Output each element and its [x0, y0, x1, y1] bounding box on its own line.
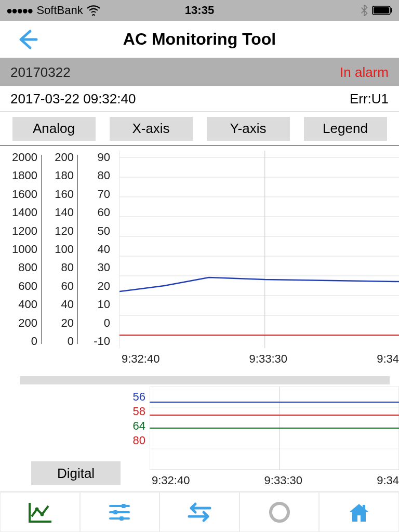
bluetooth-icon — [361, 5, 368, 16]
lower-chart: Digital 56 58 64 80 9:32:40 9:33:30 9:34 — [0, 376, 399, 490]
svg-rect-29 — [122, 504, 126, 508]
lower-plot[interactable]: 9:32:40 9:33:30 9:34 — [150, 387, 399, 490]
yaxis-2: 200180160140120100806040200 — [42, 151, 78, 348]
ytick: 1600 — [12, 188, 37, 201]
alarm-status: In alarm — [340, 64, 389, 81]
ytick: 40 — [98, 243, 110, 256]
sub-header: 2017-03-22 09:32:40 Err:U1 — [0, 86, 399, 112]
battery-icon — [372, 6, 393, 15]
xtick: 9:34 — [377, 352, 399, 366]
date-banner: 20170322 In alarm — [0, 58, 399, 86]
nav-chart[interactable] — [0, 492, 80, 532]
ytick: 1200 — [12, 224, 37, 238]
tab-legend[interactable]: Legend — [304, 117, 387, 141]
legend-58: 58 — [133, 404, 145, 419]
ytick: 30 — [98, 261, 110, 274]
ytick: 80 — [98, 169, 110, 182]
tab-yaxis[interactable]: Y-axis — [207, 117, 290, 141]
ytick: 400 — [18, 298, 37, 311]
ytick: 20 — [98, 280, 110, 293]
digital-button[interactable]: Digital — [31, 461, 121, 485]
nav-sliders[interactable] — [80, 492, 160, 532]
circle-icon — [268, 500, 291, 524]
page-title: AC Monitoring Tool — [123, 30, 276, 49]
ytick: 120 — [55, 224, 74, 238]
xtick: 9:32:40 — [152, 474, 190, 487]
ytick: 80 — [61, 261, 74, 274]
ytick: 1000 — [12, 243, 37, 256]
legend-80: 80 — [133, 433, 145, 448]
main-plot[interactable]: 9:32:40 9:33:30 9:34 — [119, 151, 399, 369]
ytick: 40 — [61, 298, 74, 311]
ytick: 100 — [55, 243, 74, 256]
home-icon — [346, 501, 372, 524]
ytick: 50 — [98, 224, 110, 238]
carrier-label: SoftBank — [36, 4, 83, 17]
ytick: 1800 — [12, 169, 37, 182]
xticks: 9:32:40 9:33:30 9:34 — [119, 350, 399, 366]
xtick: 9:33:30 — [264, 474, 302, 487]
signal-dots-icon: ●●●●● — [6, 5, 32, 17]
ytick: 0 — [68, 335, 74, 348]
ytick: 60 — [61, 280, 74, 293]
ytick: 10 — [98, 298, 110, 311]
ytick: 600 — [18, 280, 37, 293]
chart-tabs: Analog X-axis Y-axis Legend — [0, 112, 399, 145]
ytick: 200 — [18, 316, 37, 330]
svg-point-32 — [271, 503, 288, 521]
svg-rect-1 — [374, 7, 389, 14]
nav-home[interactable] — [319, 492, 399, 532]
back-button[interactable] — [16, 28, 38, 51]
svg-rect-31 — [119, 516, 124, 521]
yaxis-1: 2000180016001400120010008006004002000 — [0, 151, 42, 348]
xtick: 9:32:40 — [122, 352, 159, 366]
clock: 13:35 — [185, 4, 214, 17]
ytick: -10 — [94, 335, 110, 348]
ytick: 2000 — [12, 151, 37, 164]
error-code: Err:U1 — [350, 91, 389, 107]
svg-rect-2 — [391, 8, 392, 12]
ytick: 800 — [18, 261, 37, 274]
banner-date: 20170322 — [10, 64, 71, 81]
wifi-icon — [87, 5, 100, 16]
svg-point-25 — [40, 512, 44, 516]
yaxis-3: 9080706050403020100-10 — [78, 151, 114, 348]
svg-rect-30 — [113, 510, 117, 514]
svg-point-24 — [35, 507, 38, 511]
ytick: 1400 — [12, 206, 37, 219]
tab-analog[interactable]: Analog — [12, 117, 96, 141]
ytick: 0 — [104, 316, 110, 330]
svg-rect-33 — [363, 505, 365, 510]
ytick: 20 — [61, 316, 74, 330]
xtick: 9:33:30 — [249, 352, 287, 366]
nav-circle[interactable] — [240, 492, 320, 532]
nav-header: AC Monitoring Tool — [0, 21, 399, 58]
ytick: 180 — [55, 169, 74, 182]
ytick: 200 — [55, 151, 74, 164]
ytick: 60 — [98, 206, 110, 219]
sliders-icon — [106, 501, 133, 524]
main-chart: 2000180016001400120010008006004002000 20… — [0, 145, 399, 369]
legend-64: 64 — [133, 419, 145, 433]
status-bar: ●●●●● SoftBank 13:35 — [0, 0, 399, 21]
nav-swap[interactable] — [159, 492, 240, 532]
timestamp: 2017-03-22 09:32:40 — [10, 91, 136, 107]
lower-legend: 56 58 64 80 — [114, 387, 145, 490]
ytick: 160 — [55, 188, 74, 201]
bottom-tab-bar — [0, 491, 399, 532]
legend-56: 56 — [133, 390, 145, 404]
lower-xticks: 9:32:40 9:33:30 9:34 — [150, 472, 399, 487]
ytick: 90 — [98, 151, 110, 164]
xtick: 9:34 — [377, 474, 399, 487]
tab-xaxis[interactable]: X-axis — [110, 117, 193, 141]
chart-icon — [26, 501, 54, 524]
ytick: 0 — [31, 335, 37, 348]
ytick: 70 — [98, 188, 110, 201]
swap-arrows-icon — [185, 501, 214, 524]
divider-bar — [20, 376, 390, 384]
ytick: 140 — [55, 206, 74, 219]
